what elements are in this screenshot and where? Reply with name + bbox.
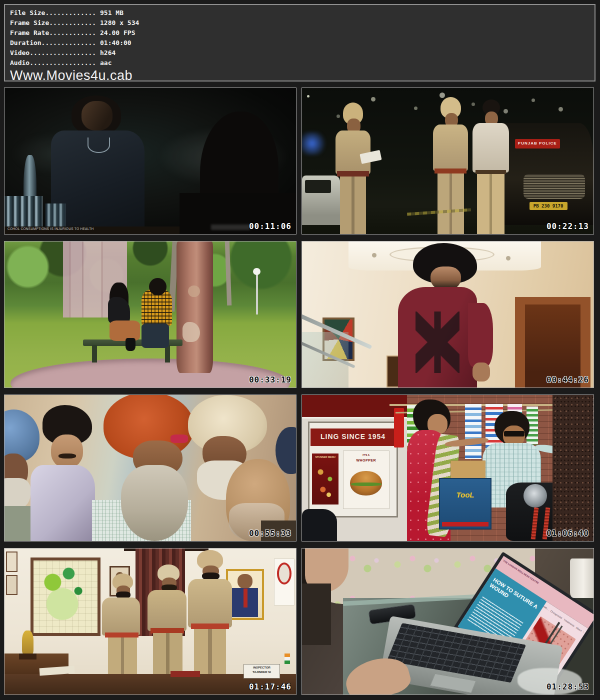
frame-size-line: Frame Size............ 1280 x 534: [10, 18, 594, 28]
emblem-red-ring: [277, 562, 292, 584]
mini-india-flag: [284, 654, 290, 664]
timestamp-overlay: 01:17:46: [249, 682, 292, 692]
man-jeans: [142, 324, 169, 348]
whopper-poster-line2: WHOPPER: [347, 458, 385, 463]
sachet-strip-white: [465, 404, 481, 460]
man-arm: [468, 303, 493, 367]
timestamp-overlay: 01:06:40: [546, 528, 589, 538]
timestamp-overlay: 00:33:19: [249, 375, 292, 384]
screenshot-park-bench: 00:33:19: [4, 241, 296, 388]
small-frame-1: [6, 552, 18, 572]
timestamp-overlay: 00:22:13: [546, 222, 589, 231]
tshirt-flag-print: [416, 312, 459, 373]
video-codec-line: Video................. h264: [10, 48, 594, 58]
screenshot-night-bar: COHOL CONSUMPTIONS IS INJURIOUS TO HEALT…: [4, 88, 296, 234]
young-man-face: [51, 434, 83, 468]
lamp-post: [256, 274, 258, 314]
red-books: [170, 671, 200, 677]
file-size-line: File Size............. 951 MB: [10, 8, 594, 18]
duration-line: Duration.............. 01:40:00: [10, 38, 594, 48]
desk-nameplate: INSPECTOR TAJINDER SI: [244, 664, 280, 678]
officer-a-shirt: [102, 598, 140, 636]
civilian-belt: [476, 170, 506, 174]
police-beacon-glow: [302, 132, 328, 156]
rider-sunglasses: [504, 431, 524, 437]
screenshot-interior-stairs: 00:44:26: [302, 241, 594, 388]
officer2-belt: [434, 168, 466, 174]
screenshot-laptop-suture: THE LONDON WELLNESS CENTRE Home Help me …: [302, 548, 594, 695]
punjabi-caption-smudge: [211, 224, 250, 230]
parked-scooter-dark: [302, 509, 337, 541]
turban-red-band: [170, 434, 188, 444]
cart-red-stripe: [442, 522, 488, 526]
person-shoulder: [302, 584, 331, 645]
civilian-white-shirt: [472, 123, 509, 172]
nameplate-line2: TAJINDER SI: [244, 670, 280, 674]
ambedkar-head: [238, 574, 252, 588]
elder-long-gray-beard: [121, 465, 188, 541]
license-plate: PB 230 9170: [530, 202, 568, 210]
media-info-sheet: File Size............. 951 MB Frame Size…: [0, 4, 600, 700]
officer2-trousers: [438, 174, 464, 234]
map-frame: [30, 558, 100, 636]
ambedkar-red-tie: [244, 588, 248, 608]
site-watermark: Www.Movies4u.cab: [10, 68, 594, 83]
motorcycle-headlight: [524, 484, 547, 508]
paper-cup: [570, 558, 594, 598]
officer1-shirt: [336, 130, 370, 174]
man-face: [82, 101, 112, 130]
civilian-trousers: [477, 174, 504, 234]
woman-black-top: [108, 297, 130, 324]
jeep-window: [305, 180, 331, 193]
timestamp-overlay: 00:11:06: [249, 222, 292, 231]
audio-codec-line: Audio................. aac: [10, 58, 594, 68]
lamp-globe: [253, 268, 260, 276]
big-tree-trunk: [176, 242, 213, 373]
file-info-panel: File Size............. 951 MB Frame Size…: [4, 4, 596, 82]
man-hand: [472, 362, 490, 382]
timestamp-overlay: 00:44:26: [546, 375, 589, 384]
storefront-awning: [302, 395, 407, 418]
suv-sign: PUNJAB POLICE: [515, 139, 560, 148]
small-frame-2: [6, 575, 18, 596]
trunk-bark-patch: [182, 322, 200, 342]
officer1-trousers: [340, 176, 366, 234]
street-light-bokeh: [307, 95, 310, 98]
nameplate-line1: INSPECTOR: [244, 666, 280, 670]
man-hair-park: [149, 278, 166, 296]
frame-rate-line: Frame Rate............ 24.00 FPS: [10, 28, 594, 38]
officer1-belt: [337, 171, 369, 176]
screenshot-police-night: PUNJAB POLICE PB 230 9170 00:22:13: [302, 88, 594, 234]
cardboard-box: [450, 460, 486, 480]
screenshot-crowd: 00:55:33: [4, 394, 296, 542]
suv-grille: [524, 174, 584, 199]
officer-a-belt: [105, 632, 138, 638]
coca-cola-banner: [394, 408, 404, 448]
officer-b-shirt: [148, 590, 187, 631]
trunk-bark-patch-2: [188, 286, 200, 297]
screenshot-grid: COHOL CONSUMPTIONS IS INJURIOUS TO HEALT…: [0, 82, 600, 700]
screenshot-police-office: INSPECTOR TAJINDER SI 01:17:46: [4, 548, 296, 695]
young-man-shirt: [30, 465, 94, 541]
woman-boot: [126, 338, 136, 351]
timestamp-overlay: 01:28:53: [546, 682, 589, 692]
gold-trophy: [22, 630, 34, 656]
health-warning-caption: COHOL CONSUMPTIONS IS INJURIOUS TO HEALT…: [8, 227, 94, 231]
burger-lettuce: [351, 482, 382, 486]
woman-tan-pants: [110, 320, 140, 341]
officer-b-belt: [150, 628, 184, 634]
young-man-mustache: [58, 454, 76, 458]
timestamp-overlay: 00:55:33: [249, 528, 292, 538]
granite-pillar: [552, 395, 594, 541]
storefront-sign: LING SINCE 1954: [310, 428, 395, 446]
menu-poster-food-dots: [314, 465, 337, 500]
officer2-shirt: [433, 124, 468, 171]
bench-leg-left: [92, 345, 97, 362]
trophy-base: [19, 654, 36, 660]
screenshot-street-market: LING SINCE 1954 STUNNER MENU IT'S A WHOP…: [302, 394, 594, 542]
whopper-poster-line1: IT'S A: [352, 454, 380, 457]
officer-c-shirt: [188, 579, 232, 627]
